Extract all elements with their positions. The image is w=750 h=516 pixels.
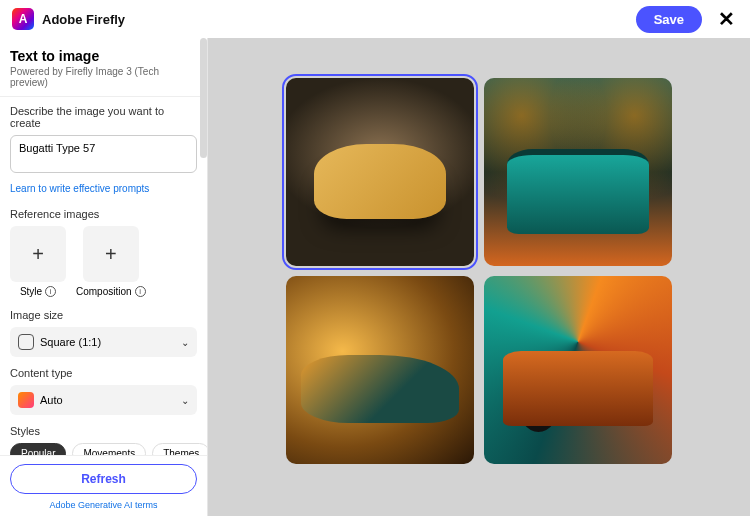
content-type-value: Auto xyxy=(40,394,181,406)
prompt-input[interactable] xyxy=(10,135,197,173)
result-image-1[interactable] xyxy=(286,78,474,266)
prompt-label: Describe the image you want to create xyxy=(10,105,197,129)
add-style-reference[interactable]: + xyxy=(10,226,66,282)
image-size-heading: Image size xyxy=(10,309,197,321)
auto-icon xyxy=(18,392,34,408)
info-icon[interactable]: i xyxy=(135,286,146,297)
chip-movements[interactable]: Movements xyxy=(72,443,146,455)
styles-heading: Styles xyxy=(10,425,197,437)
reference-heading: Reference images xyxy=(10,208,197,220)
scrollbar[interactable] xyxy=(200,38,207,158)
plus-icon: + xyxy=(32,243,44,266)
sidebar: Text to image Powered by Firefly Image 3… xyxy=(0,38,208,516)
panel-title: Text to image xyxy=(10,48,197,64)
refresh-button[interactable]: Refresh xyxy=(10,464,197,494)
image-size-select[interactable]: Square (1:1) ⌄ xyxy=(10,327,197,357)
chip-themes[interactable]: Themes xyxy=(152,443,207,455)
add-composition-reference[interactable]: + xyxy=(83,226,139,282)
square-icon xyxy=(18,334,34,350)
chip-popular[interactable]: Popular xyxy=(10,443,66,455)
info-icon[interactable]: i xyxy=(45,286,56,297)
prompt-help-link[interactable]: Learn to write effective prompts xyxy=(10,183,149,194)
result-image-4[interactable] xyxy=(484,276,672,464)
ref-composition-label: Composition xyxy=(76,286,132,297)
result-image-2[interactable] xyxy=(484,78,672,266)
chevron-down-icon: ⌄ xyxy=(181,337,189,348)
close-icon[interactable]: ✕ xyxy=(714,7,738,31)
content-type-heading: Content type xyxy=(10,367,197,379)
terms-link[interactable]: Adobe Generative AI terms xyxy=(10,500,197,510)
app-title: Adobe Firefly xyxy=(42,12,125,27)
content-type-select[interactable]: Auto ⌄ xyxy=(10,385,197,415)
plus-icon: + xyxy=(105,243,117,266)
panel-subtitle: Powered by Firefly Image 3 (Tech preview… xyxy=(10,66,197,88)
app-logo: A xyxy=(12,8,34,30)
ref-style-label: Style xyxy=(20,286,42,297)
save-button[interactable]: Save xyxy=(636,6,702,33)
result-image-3[interactable] xyxy=(286,276,474,464)
chevron-down-icon: ⌄ xyxy=(181,395,189,406)
image-size-value: Square (1:1) xyxy=(40,336,181,348)
results-canvas xyxy=(208,38,750,516)
